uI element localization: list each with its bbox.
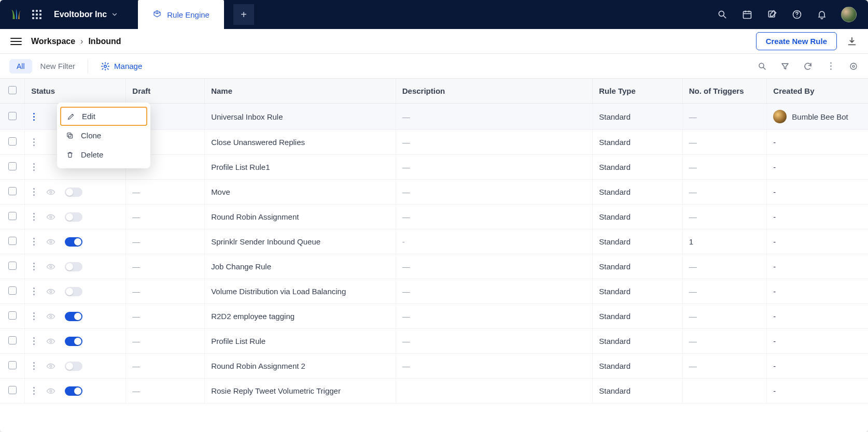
rule-name[interactable]: Round Robin Assignment [205,205,396,229]
status-toggle[interactable] [65,262,82,271]
manage-button[interactable]: Manage [101,62,142,71]
rule-name[interactable]: Universal Inbox Rule [205,104,396,130]
column-header-status[interactable]: Status [25,79,126,104]
compose-icon[interactable] [766,9,778,20]
row-checkbox[interactable] [8,187,17,195]
column-header-draft[interactable]: Draft [126,79,205,104]
create-new-rule-button[interactable]: Create New Rule [756,32,837,50]
svg-point-18 [50,291,52,293]
row-actions-menu[interactable] [31,161,37,173]
table-row: —Round Robin Assignment—Standard—- [0,205,868,229]
rule-name[interactable]: R2D2 employee tagging [205,304,396,329]
select-all-checkbox[interactable] [8,86,17,94]
status-toggle[interactable] [65,312,82,321]
cube-icon [152,10,162,19]
rule-name[interactable]: Move [205,180,396,205]
download-icon[interactable] [846,36,858,47]
new-filter-button[interactable]: New Filter [40,62,76,70]
rule-name[interactable]: Round Robin Assignment 2 [205,354,396,379]
refresh-icon[interactable] [803,61,813,71]
calendar-icon[interactable] [741,9,753,20]
apps-grid-icon[interactable] [32,10,41,19]
row-actions-menu[interactable] [31,360,37,372]
column-header-description[interactable]: Description [396,79,592,104]
column-header-triggers[interactable]: No. of Triggers [682,79,767,104]
breadcrumb-root[interactable]: Workspace [31,37,75,46]
eye-icon[interactable] [46,312,55,321]
rule-name[interactable]: Rosie Reply Tweet Volumetric Trigger [205,379,396,404]
status-toggle[interactable] [65,188,82,197]
rule-type-value: Standard [593,155,682,180]
menu-item-edit[interactable]: Edit [60,107,147,126]
status-toggle[interactable] [65,362,82,371]
bell-icon[interactable] [816,9,828,20]
creator-name: - [773,237,776,246]
row-actions-menu[interactable] [31,261,37,272]
filter-icon[interactable] [780,61,790,71]
search-icon[interactable] [717,9,728,20]
more-options-icon[interactable] [825,61,836,71]
row-actions-menu[interactable] [31,186,37,198]
pencil-icon [66,112,76,121]
tab-rule-engine[interactable]: Rule Engine [138,0,224,29]
row-actions-menu[interactable] [31,211,37,223]
eye-icon[interactable] [46,212,55,222]
rule-name[interactable]: Sprinklr Sender Inbound Queue [205,229,396,254]
eye-icon[interactable] [46,237,55,247]
eye-icon[interactable] [46,386,55,396]
eye-icon[interactable] [46,287,55,296]
row-checkbox[interactable] [8,311,17,320]
eye-icon[interactable] [46,362,55,371]
settings-icon[interactable] [848,61,859,71]
description-value: — [402,112,410,121]
rule-name[interactable]: Job Change Rule [205,254,396,279]
svg-point-10 [759,63,764,68]
creator-name: Bumble Bee Bot [792,112,848,121]
user-avatar[interactable] [841,7,857,22]
status-toggle[interactable] [65,386,82,396]
row-checkbox[interactable] [8,386,17,394]
rule-name[interactable]: Volume Distribution via Load Balancing [205,279,396,304]
column-header-created-by[interactable]: Created By [767,79,868,104]
draft-value: — [132,212,140,221]
table-search-icon[interactable] [757,61,767,71]
row-actions-menu[interactable] [31,385,37,397]
rule-name[interactable]: Profile List Rule [205,329,396,354]
row-checkbox[interactable] [8,137,17,146]
rule-name[interactable]: Close Unanswered Replies [205,130,396,155]
row-checkbox[interactable] [8,212,17,220]
row-actions-menu[interactable] [31,111,37,123]
row-checkbox[interactable] [8,361,17,369]
row-checkbox[interactable] [8,237,17,245]
filter-chip-all[interactable]: All [9,59,32,74]
filter-bar: All New Filter Manage [0,54,868,79]
menu-toggle[interactable] [10,38,22,45]
row-actions-menu[interactable] [31,236,37,248]
chevron-down-icon [111,11,118,18]
eye-icon[interactable] [46,188,55,197]
column-header-name[interactable]: Name [205,79,396,104]
breadcrumb-leaf[interactable]: Inbound [88,37,121,46]
status-toggle[interactable] [65,337,82,346]
row-actions-menu[interactable] [31,310,37,322]
row-actions-menu[interactable] [31,136,37,148]
column-header-rule-type[interactable]: Rule Type [593,79,682,104]
status-toggle[interactable] [65,237,82,247]
eye-icon[interactable] [46,337,55,346]
help-icon[interactable] [791,9,803,20]
row-actions-menu[interactable] [31,335,37,347]
row-checkbox[interactable] [8,262,17,270]
workspace-switcher[interactable]: Evoltobor Inc [51,10,121,19]
row-checkbox[interactable] [8,336,17,344]
row-checkbox[interactable] [8,112,17,120]
row-checkbox[interactable] [8,286,17,295]
new-tab-button[interactable]: + [233,4,254,25]
row-checkbox[interactable] [8,162,17,170]
status-toggle[interactable] [65,212,82,222]
rule-name[interactable]: Profile List Rule1 [205,155,396,180]
status-toggle[interactable] [65,287,82,296]
row-actions-menu[interactable] [31,285,37,297]
menu-item-clone[interactable]: Clone [57,126,150,145]
eye-icon[interactable] [46,262,55,271]
menu-item-delete[interactable]: Delete [57,145,150,164]
